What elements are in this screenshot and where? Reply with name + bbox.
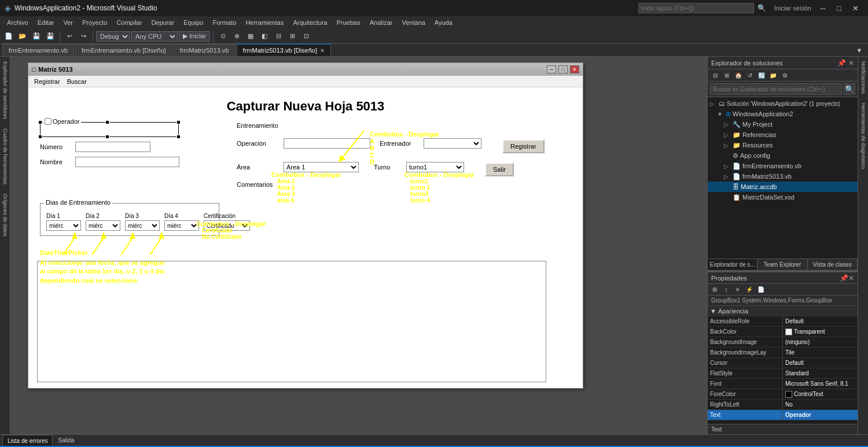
sidebar-notificaciones[interactable]: Notificaciones [859,57,867,98]
menu-herramientas[interactable]: Herramientas [241,16,288,29]
prop-row-backgroundimagelay[interactable]: BackgroundImageLay Tile [708,348,858,358]
toolbar-open[interactable]: 📂 [16,31,29,42]
menu-ayuda[interactable]: Ayuda [430,16,457,29]
menu-formato[interactable]: Formato [208,16,241,29]
toolbar-misc6[interactable]: ⊞ [286,31,299,42]
search-icon[interactable]: 🔍 [757,4,766,12]
sol-tb3[interactable]: 🏠 [733,71,744,80]
sol-pin-btn[interactable]: 📌 [837,59,846,67]
toolbar-redo[interactable]: ↪ [77,31,90,42]
toolbar-undo[interactable]: ↩ [63,31,76,42]
tree-solution[interactable]: ▷ 🗂 Solución 'WindowsApplication2' (1 pr… [708,98,858,109]
form-menu-buscar[interactable]: Buscar [64,78,90,85]
operador-checkbox[interactable] [45,118,52,125]
numero-input[interactable] [75,142,150,152]
sol-tb1[interactable]: ⊟ [710,71,720,80]
tab-explorador[interactable]: Explorador de s... [708,259,757,270]
start-btn[interactable]: ▶ Iniciar [179,31,210,42]
tab-close-icon[interactable]: ✕ [320,47,325,54]
bottom-tab-lista-errores[interactable]: Lista de errores [2,435,53,446]
sidebar-herramientas-diag[interactable]: Herramientas de diagnóstico [859,98,867,174]
dia1-select[interactable]: miérc [46,220,81,231]
props-tb-properties[interactable]: ≡ [733,285,743,294]
sidebar-origenes-datos[interactable]: Orígenes de datos [1,189,9,241]
dia3-select[interactable]: miérc [125,220,160,231]
toolbar-save[interactable]: 💾 [30,31,43,42]
nombre-input[interactable] [75,157,179,167]
menu-depurar[interactable]: Depurar [146,16,179,29]
prop-row-backgroundimage[interactable]: BackgroundImage (ninguno) [708,337,858,348]
close-btn[interactable]: ✕ [847,0,863,16]
menu-arquitectura[interactable]: Arquitectura [288,16,332,29]
props-tb-alphabetical[interactable]: ↕ [721,285,731,294]
props-close-btn[interactable]: ✕ [848,274,854,282]
signin-label[interactable]: Iniciar sesión [774,5,811,12]
dia4-select[interactable]: miérc [164,220,199,231]
resize-handle-tr[interactable] [176,120,181,124]
prop-row-forecolor[interactable]: ForeColor ControlText [708,389,858,400]
sol-tb5[interactable]: 🔄 [756,71,767,80]
tab-team-explorer[interactable]: Team Explorer [757,259,807,270]
toolbar-misc5[interactable]: ⊟ [272,31,285,42]
resize-handle-bm[interactable] [105,135,109,139]
toolbar-misc4[interactable]: ◧ [258,31,271,42]
tree-resources[interactable]: ▷ 📁 Resources [708,140,858,150]
sol-tb2[interactable]: ⊞ [722,71,732,80]
menu-ver[interactable]: Ver [58,16,78,29]
tab-frmmatriz5013-diseno[interactable]: frmMatriz5013.vb [Diseño] ✕ [237,44,331,56]
prop-row-cursor[interactable]: Cursor Default [708,358,858,368]
props-tb-categorized[interactable]: ⊞ [709,285,720,294]
prop-row-flatstyle[interactable]: FlatStyle Standard [708,368,858,379]
prop-row-text[interactable]: Text Operador [708,410,858,420]
props-pin-btn[interactable]: 📌 [840,274,848,282]
form-minimize-btn[interactable]: ─ [547,65,556,73]
sol-tb7[interactable]: ⚙ [779,71,790,80]
tab-vista-clases[interactable]: Vista de clases [808,259,858,270]
menu-proyecto[interactable]: Proyecto [78,16,112,29]
sol-close-btn[interactable]: ✕ [848,59,854,67]
resize-handle-tm[interactable] [105,120,109,124]
tree-windowsapp[interactable]: ▼ ⊞ WindowsApplication2 [708,109,858,119]
menu-archivo[interactable]: Archivo [2,16,33,29]
prop-row-righttoleft[interactable]: RightToLeft No [708,400,858,410]
sol-search-input[interactable] [710,83,842,95]
tree-matrizaccdb[interactable]: 🗄 Matriz.accdb [708,182,858,192]
menu-analizar[interactable]: Analizar [365,16,398,29]
tab-frmentrenamiento-vb[interactable]: frmEntrenamiento.vb [2,44,74,56]
tree-myproject[interactable]: ▷ 🔧 My Project [708,119,858,130]
menu-ventana[interactable]: Ventana [397,16,429,29]
sidebar-cuadro-herramientas[interactable]: Cuadro de herramientas [1,124,9,189]
sidebar-explorador-servidores[interactable]: Explorador de servidores [1,57,9,124]
tree-appconfig[interactable]: ⚙ App.config [708,150,858,161]
menu-pruebas[interactable]: Pruebas [332,16,365,29]
tab-frmentrenamiento-diseno[interactable]: frmEntrenamiento.vb [Diseño] [75,44,172,56]
toolbar-new[interactable]: 📄 [2,31,15,42]
toolbar-misc3[interactable]: ▦ [244,31,257,42]
props-section-apariencia[interactable]: ▼ Apariencia [708,306,858,316]
props-tb-propages[interactable]: 📄 [756,285,766,294]
minimize-btn[interactable]: ─ [815,0,831,16]
debug-config-select[interactable]: Debug [96,31,130,42]
toolbar-misc2[interactable]: ⊕ [230,31,243,42]
resize-handle-tl[interactable] [38,120,42,124]
tab-frmmatriz5013-vb[interactable]: frmMatriz5013.vb [174,44,236,56]
salir-btn[interactable]: Salir [485,162,514,176]
props-tb-events[interactable]: ⚡ [744,285,755,294]
tree-matrizdataset[interactable]: 📋 MatrizDataSet.xsd [708,192,858,202]
quick-search-input[interactable] [638,3,754,13]
tree-referencias[interactable]: ▷ 📁 Referencias [708,130,858,140]
tree-frmentrenamiento[interactable]: ▷ 📄 frmEntrenamiento.vb [708,161,858,171]
sol-tb6[interactable]: 📁 [768,71,778,80]
menu-equipo[interactable]: Equipo [179,16,208,29]
form-menu-registrar[interactable]: Registrar [31,78,64,85]
form-close-btn[interactable]: ✕ [570,65,579,73]
menu-compilar[interactable]: Compilar [112,16,146,29]
toolbar-saveall[interactable]: 💾 [44,31,57,42]
bottom-tab-salida[interactable]: Salida [53,435,79,446]
sol-search-btn[interactable]: 🔍 [844,83,855,95]
prop-row-font[interactable]: Font Microsoft Sans Serif, 8.1 [708,379,858,389]
tab-overflow-btn[interactable]: ▼ [853,45,866,56]
toolbar-misc1[interactable]: ⊙ [216,31,229,42]
resize-handle-bl[interactable] [38,135,42,139]
prop-row-accessiblerole[interactable]: AccessibleRole Default [708,316,858,327]
